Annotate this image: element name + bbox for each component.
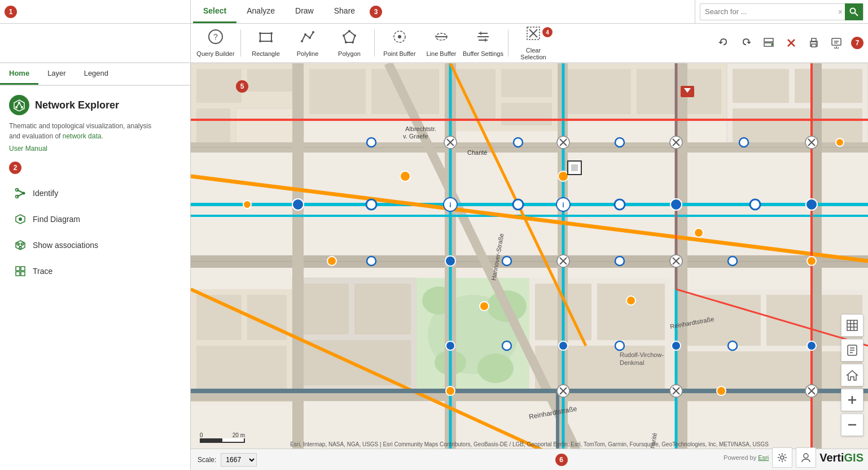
polyline-button[interactable]: Polyline bbox=[287, 26, 328, 60]
svg-point-148 bbox=[559, 341, 568, 350]
redo-icon bbox=[740, 37, 752, 49]
table-icon bbox=[846, 319, 858, 332]
scale-select[interactable]: 1667 2000 5000 10000 bbox=[221, 453, 257, 467]
undo-button[interactable] bbox=[713, 33, 734, 53]
sidebar-nav: Identify Find Diagram bbox=[9, 181, 181, 284]
svg-point-6 bbox=[270, 32, 273, 34]
nav-item-find-diagram[interactable]: Find Diagram bbox=[9, 207, 181, 232]
find-diagram-svg bbox=[15, 214, 26, 225]
query-builder-button[interactable]: ? Query Builder bbox=[195, 26, 236, 60]
home-icon bbox=[846, 369, 858, 381]
nav-find-diagram-label: Find Diagram bbox=[33, 215, 80, 224]
badge-2: 2 bbox=[9, 162, 21, 174]
app-description: Thematic and topological visualization, … bbox=[9, 121, 181, 141]
svg-text:Albrechtstr.: Albrechtstr. bbox=[405, 125, 436, 132]
svg-point-110 bbox=[477, 354, 514, 383]
home-view-button[interactable] bbox=[841, 364, 863, 386]
user-manual-link[interactable]: User Manual bbox=[9, 145, 181, 153]
nav-item-show-associations[interactable]: Show associations bbox=[9, 233, 181, 258]
top-bar-left: 1 bbox=[0, 0, 191, 23]
svg-point-156 bbox=[750, 199, 760, 210]
tab-analyze[interactable]: Analyze bbox=[236, 0, 285, 23]
svg-rect-41 bbox=[832, 38, 841, 45]
sidebar-content: Network Explorer Thematic and topologica… bbox=[0, 86, 190, 470]
app-desc-line1: Thematic and topological visualization, … bbox=[9, 122, 151, 130]
zoom-out-icon bbox=[846, 419, 858, 431]
app-icon bbox=[9, 95, 29, 115]
svg-point-174 bbox=[327, 256, 336, 266]
toolbar-row: ? Query Builder Rectangle bbox=[0, 24, 868, 63]
svg-point-154 bbox=[513, 199, 523, 210]
export-button[interactable] bbox=[826, 33, 847, 53]
svg-point-140 bbox=[806, 199, 817, 210]
point-buffer-label: Point Buffer bbox=[383, 50, 415, 57]
line-buffer-svg bbox=[433, 29, 449, 45]
svg-rect-68 bbox=[21, 272, 25, 276]
settings-button[interactable] bbox=[772, 447, 792, 468]
svg-point-169 bbox=[558, 171, 568, 181]
svg-point-162 bbox=[502, 256, 511, 266]
svg-point-54 bbox=[23, 192, 25, 195]
search-clear-button[interactable]: × bbox=[836, 7, 845, 16]
polygon-icon bbox=[341, 29, 357, 48]
svg-rect-66 bbox=[21, 267, 25, 271]
search-input[interactable] bbox=[700, 7, 836, 16]
main-area: Home Layer Legend Network Explorer bbox=[0, 63, 868, 470]
powered-by-text: Powered by Esri bbox=[724, 454, 769, 461]
tab-select[interactable]: Select bbox=[193, 0, 236, 23]
clear-selection-icon bbox=[525, 25, 541, 45]
badge-7: 7 bbox=[851, 37, 863, 49]
scale-bar-empty bbox=[222, 438, 244, 442]
sidebar-tab-legend[interactable]: Legend bbox=[75, 63, 117, 85]
nav-identify-label: Identify bbox=[33, 189, 58, 198]
svg-point-164 bbox=[728, 256, 737, 266]
tab-share[interactable]: Share bbox=[324, 0, 365, 23]
app-title: Network Explorer bbox=[35, 99, 119, 111]
undo-icon bbox=[718, 37, 729, 49]
nav-trace-label: Trace bbox=[33, 267, 52, 276]
clear-selection-svg bbox=[525, 25, 541, 41]
zoom-in-button[interactable] bbox=[841, 389, 863, 411]
clear-selection-button[interactable]: Clear Selection 4 bbox=[513, 26, 554, 60]
sidebar-tabs: Home Layer Legend bbox=[0, 63, 190, 86]
table-button[interactable] bbox=[841, 314, 863, 337]
redo-button[interactable] bbox=[736, 33, 756, 53]
esri-link[interactable]: Esri bbox=[758, 454, 769, 461]
svg-point-175 bbox=[446, 386, 455, 395]
clear-selection-label: Clear Selection bbox=[513, 47, 554, 60]
svg-point-171 bbox=[480, 302, 489, 311]
print-button[interactable] bbox=[804, 33, 824, 53]
line-buffer-icon bbox=[433, 29, 449, 48]
svg-point-18 bbox=[343, 34, 345, 37]
legend-button[interactable] bbox=[841, 339, 863, 362]
close-button[interactable] bbox=[781, 33, 801, 53]
sidebar-tab-home[interactable]: Home bbox=[0, 63, 38, 85]
svg-rect-215 bbox=[571, 164, 578, 171]
polyline-label: Polyline bbox=[297, 50, 319, 57]
svg-rect-94 bbox=[298, 284, 349, 334]
buffer-settings-button[interactable]: Buffer Settings bbox=[463, 26, 503, 60]
svg-rect-88 bbox=[733, 108, 862, 142]
search-icon bbox=[849, 7, 858, 16]
point-buffer-button[interactable]: Point Buffer bbox=[379, 26, 420, 60]
add-row-button[interactable] bbox=[759, 33, 779, 53]
line-buffer-button[interactable]: Line Buffer bbox=[421, 26, 462, 60]
nav-item-trace[interactable]: Trace bbox=[9, 259, 181, 284]
network-data-link[interactable]: network data. bbox=[63, 132, 103, 140]
nav-show-associations-label: Show associations bbox=[33, 241, 98, 250]
polygon-label: Polygon bbox=[338, 50, 361, 57]
map-area[interactable]: i i Charité Rudolf-Virchow- bbox=[191, 63, 868, 470]
network-explorer-icon bbox=[13, 99, 25, 111]
svg-point-136 bbox=[292, 199, 304, 210]
polygon-button[interactable]: Polygon bbox=[329, 26, 370, 60]
nav-item-identify[interactable]: Identify bbox=[9, 181, 181, 206]
user-button[interactable] bbox=[796, 447, 816, 468]
svg-point-166 bbox=[615, 341, 624, 350]
rectangle-button[interactable]: Rectangle bbox=[246, 26, 286, 60]
svg-point-0 bbox=[851, 8, 856, 13]
zoom-out-button[interactable] bbox=[841, 414, 863, 436]
search-submit-button[interactable] bbox=[845, 3, 863, 20]
sidebar-tab-layer[interactable]: Layer bbox=[38, 63, 75, 85]
vertigis-logo: Powered by Esri VertiGIS bbox=[724, 447, 863, 468]
tab-draw[interactable]: Draw bbox=[285, 0, 324, 23]
